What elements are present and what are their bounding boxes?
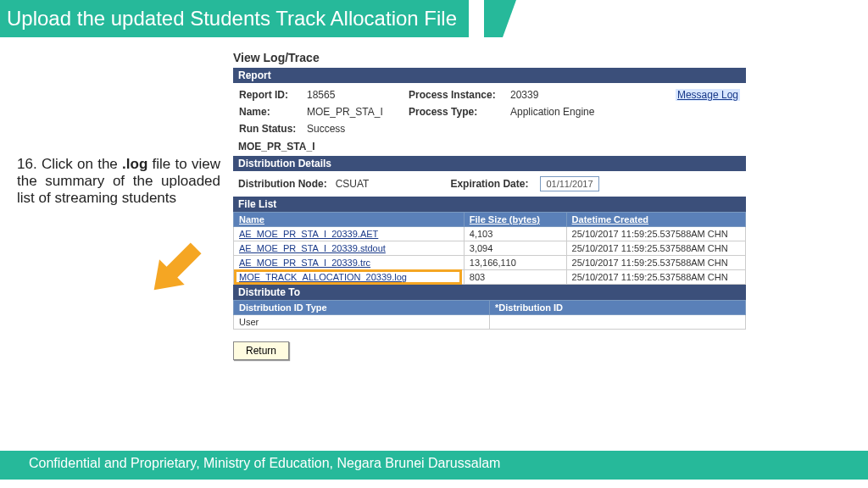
dist-node-value: CSUAT	[336, 178, 370, 190]
instruction-bold: .log	[122, 156, 147, 172]
banner-tail-icon	[484, 0, 516, 37]
dist-node-label: Distribution Node:	[238, 178, 327, 190]
dist-details-row: Distribution Node: CSUAT Expiration Date…	[233, 171, 746, 197]
process-instance-label: Process Instance:	[409, 89, 510, 101]
col-size[interactable]: File Size (bytes)	[464, 213, 566, 227]
file-datetime: 25/10/2017 11:59:25.537588AM CHN	[566, 241, 745, 256]
distto-bar: Distribute To	[233, 285, 746, 300]
expiration-date-label: Expiration Date:	[450, 178, 528, 190]
distto-type: User	[234, 315, 490, 330]
name-value: MOE_PR_STA_I	[307, 106, 409, 118]
table-row: User	[234, 315, 746, 330]
process-instance-value: 20339	[510, 89, 637, 101]
message-log-link[interactable]: Message Log	[676, 89, 740, 101]
file-size: 803	[464, 270, 566, 285]
name-label: Name:	[239, 106, 307, 118]
table-row: AE_MOE_PR_STA_I_20339.AET 4,103 25/10/20…	[234, 227, 746, 241]
dist-details-bar: Distribution Details	[233, 156, 746, 171]
log-trace-panel: View Log/Trace Report Report ID: 18565 P…	[233, 51, 746, 360]
slide-header: Upload the updated Students Track Alloca…	[0, 0, 868, 37]
return-button[interactable]: Return	[233, 341, 289, 360]
file-size: 3,094	[464, 241, 566, 256]
slide-footer: Confidential and Proprietary, Ministry o…	[0, 451, 868, 480]
col-datetime[interactable]: Datetime Created	[566, 213, 745, 227]
distto-id	[490, 315, 746, 330]
report-section-bar: Report	[233, 68, 746, 83]
file-list-table: Name File Size (bytes) Datetime Created …	[233, 212, 746, 285]
callout-arrow-icon	[136, 232, 212, 308]
dist-to-table: Distribution ID Type *Distribution ID Us…	[233, 300, 746, 330]
expiration-date-value: 01/11/2017	[540, 176, 598, 191]
file-datetime: 25/10/2017 11:59:25.537588AM CHN	[566, 227, 745, 241]
instruction-prefix: 16. Click on the	[17, 156, 122, 172]
report-id-label: Report ID:	[239, 89, 307, 101]
filelist-bar: File List	[233, 197, 746, 212]
file-datetime: 25/10/2017 11:59:25.537588AM CHN	[566, 256, 745, 270]
table-row-highlighted: MOE_TRACK_ALLOCATION_20339.log 803 25/10…	[234, 270, 746, 285]
col-name[interactable]: Name	[234, 213, 465, 227]
process-type-value: Application Engine	[510, 106, 637, 118]
page-title: Upload the updated Students Track Alloca…	[0, 0, 469, 37]
svg-marker-0	[484, 0, 516, 37]
table-row: AE_MOE_PR_STA_I_20339.trc 13,166,110 25/…	[234, 256, 746, 270]
col-distid: *Distribution ID	[490, 301, 746, 315]
file-size: 13,166,110	[464, 256, 566, 270]
instruction-text: 16. Click on the .log file to view the s…	[17, 156, 220, 207]
process-subtitle: MOE_PR_STA_I	[233, 139, 746, 156]
col-distidtype: Distribution ID Type	[234, 301, 490, 315]
process-type-label: Process Type:	[409, 106, 510, 118]
run-status-label: Run Status:	[239, 123, 307, 135]
table-row: AE_MOE_PR_STA_I_20339.stdout 3,094 25/10…	[234, 241, 746, 256]
file-link-log[interactable]: MOE_TRACK_ALLOCATION_20339.log	[239, 272, 407, 282]
report-grid: Report ID: 18565 Process Instance: 20339…	[233, 83, 746, 139]
file-link[interactable]: AE_MOE_PR_STA_I_20339.trc	[239, 258, 370, 268]
file-link[interactable]: AE_MOE_PR_STA_I_20339.AET	[239, 229, 378, 239]
panel-title: View Log/Trace	[233, 51, 746, 64]
report-id-value: 18565	[307, 89, 409, 101]
file-datetime: 25/10/2017 11:59:25.537588AM CHN	[566, 270, 745, 285]
run-status-value: Success	[307, 123, 409, 135]
file-link[interactable]: AE_MOE_PR_STA_I_20339.stdout	[239, 243, 386, 253]
file-size: 4,103	[464, 227, 566, 241]
